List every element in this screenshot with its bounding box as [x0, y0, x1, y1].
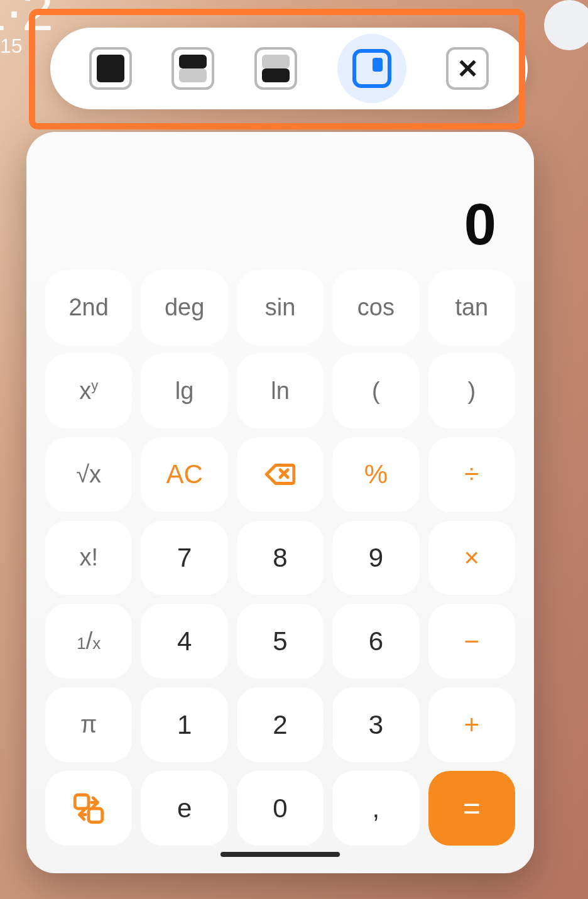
key-tan[interactable]: tan: [428, 270, 515, 345]
key-label: AC: [166, 459, 202, 489]
key-label: +: [464, 710, 480, 740]
key-label: −: [464, 626, 480, 657]
key-label: 8: [273, 543, 287, 573]
key-mult[interactable]: ×: [428, 521, 515, 596]
key-equals[interactable]: =: [428, 771, 515, 846]
window-controls-bar: ✕: [50, 28, 528, 109]
key-fact[interactable]: x!: [45, 521, 132, 596]
key-label: 0: [273, 793, 287, 824]
wallpaper-time: 1·2: [0, 0, 53, 42]
key-second[interactable]: 2nd: [45, 270, 132, 345]
window-option-split-bottom[interactable]: [254, 47, 297, 90]
key-pi[interactable]: π: [45, 687, 132, 762]
floating-bubble[interactable]: [544, 0, 588, 50]
key-label: lg: [175, 378, 194, 405]
key-label: 2nd: [68, 294, 108, 321]
key-d0[interactable]: 0: [237, 771, 324, 846]
key-label: ×: [464, 543, 480, 573]
key-d4[interactable]: 4: [141, 604, 227, 678]
key-label: 1: [177, 710, 192, 740]
window-option-fullscreen[interactable]: [89, 47, 132, 90]
key-label: %: [364, 459, 388, 489]
key-lg[interactable]: lg: [141, 354, 227, 428]
key-label: 4: [177, 626, 192, 657]
key-d5[interactable]: 5: [237, 604, 324, 678]
key-d1[interactable]: 1: [141, 687, 227, 762]
key-label: √x: [76, 461, 101, 488]
key-e[interactable]: e: [141, 771, 227, 846]
key-d9[interactable]: 9: [332, 521, 419, 596]
key-label: 9: [369, 543, 383, 573]
key-label: cos: [357, 294, 395, 321]
key-label: (: [372, 378, 380, 405]
calculator-keypad: 2nddegsincostanxylgln()√xAC%÷x!789×1/x45…: [45, 270, 515, 846]
key-back[interactable]: [237, 437, 324, 512]
key-label: x!: [79, 544, 98, 571]
key-plus[interactable]: +: [428, 687, 515, 762]
key-sin[interactable]: sin: [237, 270, 324, 345]
key-d8[interactable]: 8: [237, 521, 324, 596]
key-label: ln: [271, 378, 290, 405]
key-minus[interactable]: −: [428, 604, 515, 678]
key-ac[interactable]: AC: [141, 437, 227, 512]
wallpaper-date: 15: [0, 40, 53, 52]
calculator-display: 0: [45, 151, 515, 270]
window-option-floating-selected[interactable]: [337, 34, 406, 103]
key-ln[interactable]: ln: [237, 354, 324, 428]
key-label: 2: [273, 710, 287, 740]
window-option-close[interactable]: ✕: [446, 47, 489, 90]
key-pow[interactable]: xy: [45, 354, 132, 428]
key-label: ÷: [464, 459, 479, 489]
key-label: e: [177, 793, 192, 824]
key-swap[interactable]: [45, 771, 132, 846]
swap-icon: [70, 790, 107, 827]
key-d2[interactable]: 2: [237, 687, 324, 762]
svg-rect-1: [89, 809, 102, 822]
key-label: ,: [373, 793, 380, 824]
floating-window-icon: [352, 49, 391, 88]
key-label: 3: [369, 710, 383, 740]
window-option-split-top[interactable]: [172, 47, 214, 90]
key-deg[interactable]: deg: [141, 270, 227, 345]
key-label: 6: [369, 626, 383, 657]
display-value: 0: [464, 192, 496, 258]
wallpaper-clock: 1·2 15: [0, 0, 53, 52]
key-label: π: [80, 711, 97, 738]
key-recip[interactable]: 1/x: [45, 604, 132, 678]
key-label: tan: [455, 294, 488, 321]
key-label: =: [463, 791, 481, 825]
key-lparen[interactable]: (: [332, 354, 419, 428]
backspace-icon: [262, 456, 298, 493]
key-divide[interactable]: ÷: [428, 437, 515, 512]
key-d6[interactable]: 6: [332, 604, 419, 678]
key-label: ): [467, 378, 476, 405]
key-label: sin: [265, 294, 296, 321]
key-label: 1/x: [77, 628, 101, 655]
key-d7[interactable]: 7: [141, 521, 227, 596]
key-label: deg: [165, 294, 204, 321]
key-label: xy: [79, 378, 98, 405]
key-label: 7: [177, 543, 192, 573]
key-cos[interactable]: cos: [332, 270, 419, 345]
key-comma[interactable]: ,: [332, 771, 419, 846]
close-icon: ✕: [457, 53, 479, 84]
key-sqrt[interactable]: √x: [45, 437, 132, 512]
key-percent[interactable]: %: [332, 437, 419, 512]
calculator-window: 0 2nddegsincostanxylgln()√xAC%÷x!789×1/x…: [26, 132, 534, 873]
key-label: 5: [273, 626, 287, 657]
svg-rect-0: [75, 795, 89, 809]
key-rparen[interactable]: ): [428, 354, 515, 428]
key-d3[interactable]: 3: [332, 687, 419, 762]
home-indicator[interactable]: [220, 852, 340, 857]
